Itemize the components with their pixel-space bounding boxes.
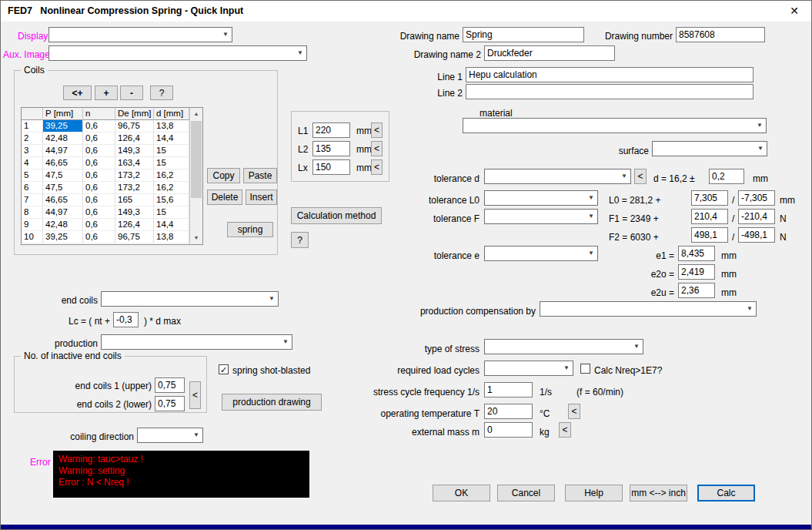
- d-tolerance-input[interactable]: [709, 169, 744, 184]
- row-index-cell[interactable]: 10: [22, 231, 43, 243]
- coil-value-cell[interactable]: 0,6: [83, 219, 115, 231]
- coil-value-cell[interactable]: 46,65: [43, 157, 83, 169]
- coil-value-cell[interactable]: 149,3: [115, 145, 154, 157]
- coil-value-cell[interactable]: 0,6: [83, 231, 115, 243]
- col-header-de[interactable]: De [mm]: [115, 108, 154, 120]
- l2-input[interactable]: [312, 141, 350, 156]
- tolerance-f-select[interactable]: DIN 2096 ▼: [484, 209, 598, 224]
- table-row[interactable]: 942,480,6126,414,4: [22, 219, 189, 231]
- f1-minus-input[interactable]: [738, 209, 775, 224]
- coil-value-cell[interactable]: 42,48: [43, 132, 83, 145]
- coil-value-cell[interactable]: 13,8: [154, 231, 189, 243]
- l2-pick-button[interactable]: <: [371, 141, 383, 156]
- frequency-input[interactable]: [484, 382, 533, 398]
- production-drawing-button[interactable]: production drawing: [222, 394, 322, 411]
- stress-type-select[interactable]: dynamic ▼: [484, 339, 643, 354]
- col-header-n[interactable]: n: [83, 108, 115, 120]
- calc-nreq-checkbox[interactable]: [580, 364, 590, 374]
- coil-value-cell[interactable]: 173,2: [115, 182, 154, 194]
- table-row[interactable]: 139,250,696,7513,8: [22, 120, 189, 132]
- coil-value-cell[interactable]: 173,2: [115, 169, 154, 182]
- lx-pick-button[interactable]: <: [371, 159, 383, 175]
- help-question-button[interactable]: ?: [291, 232, 309, 248]
- row-index-cell[interactable]: 4: [22, 157, 43, 169]
- add-row-before-button[interactable]: <+: [63, 86, 92, 100]
- coil-value-cell[interactable]: 0,6: [83, 206, 115, 219]
- tolerance-d-select[interactable]: DIN 2077 (7 .. 80 mm) ▼: [484, 169, 631, 184]
- ok-button[interactable]: OK: [433, 485, 490, 501]
- coiling-direction-select[interactable]: right-hand ▼: [137, 428, 203, 443]
- coil-value-cell[interactable]: 0,6: [83, 194, 115, 206]
- drawing-name2-input[interactable]: [484, 45, 615, 61]
- scroll-down-icon[interactable]: ▼: [190, 232, 202, 244]
- coil-value-cell[interactable]: 165: [115, 194, 154, 206]
- l0-plus-input[interactable]: [691, 190, 728, 206]
- coil-value-cell[interactable]: 16,2: [154, 169, 189, 182]
- tolerance-e-select[interactable]: DIN 2096 ▼: [484, 246, 598, 261]
- l1-input[interactable]: [312, 122, 350, 138]
- f1-plus-input[interactable]: [691, 209, 728, 224]
- material-select[interactable]: 66: EN 10089-54SiCrV6 hot-rolled spring …: [463, 118, 767, 133]
- table-scrollbar[interactable]: ▲ ▼: [189, 108, 202, 244]
- inactive-coils-pick-button[interactable]: <: [189, 381, 201, 409]
- production-select[interactable]: hot coiled, steel with reworked surface …: [101, 334, 292, 350]
- row-index-cell[interactable]: 8: [22, 206, 43, 219]
- coil-value-cell[interactable]: 96,75: [115, 120, 154, 132]
- table-row[interactable]: 344,970,6149,315: [22, 145, 189, 157]
- e2u-input[interactable]: [678, 283, 715, 298]
- coil-value-cell[interactable]: 96,75: [115, 231, 154, 243]
- delete-button[interactable]: Delete: [207, 190, 242, 205]
- tolerance-d-pick-button[interactable]: <: [634, 169, 647, 184]
- lc-input[interactable]: [113, 312, 139, 327]
- coil-value-cell[interactable]: 15,6: [154, 194, 189, 206]
- coil-value-cell[interactable]: 13,8: [154, 120, 189, 132]
- row-index-cell[interactable]: 7: [22, 194, 43, 206]
- coil-value-cell[interactable]: 15: [154, 145, 189, 157]
- coil-value-cell[interactable]: 44,97: [43, 206, 83, 219]
- coil-value-cell[interactable]: 14,4: [154, 132, 189, 145]
- coil-value-cell[interactable]: 149,3: [115, 206, 154, 219]
- load-cycles-select[interactable]: 10E6 ▼: [484, 361, 573, 376]
- copy-button[interactable]: Copy: [207, 168, 240, 183]
- mass-pick-button[interactable]: <: [559, 422, 571, 438]
- table-row[interactable]: 746,650,616515,6: [22, 194, 189, 206]
- row-index-cell[interactable]: 5: [22, 169, 43, 182]
- e1-input[interactable]: [678, 246, 715, 261]
- coil-value-cell[interactable]: 163,4: [115, 157, 154, 169]
- display-select[interactable]: 03: Quick 3 ▼: [48, 27, 232, 42]
- coil-value-cell[interactable]: 39,25: [43, 120, 83, 132]
- mass-input[interactable]: [484, 422, 533, 438]
- coil-value-cell[interactable]: 16,2: [154, 182, 189, 194]
- lx-input[interactable]: [312, 159, 350, 175]
- coil-value-cell[interactable]: 126,4: [115, 132, 154, 145]
- coil-value-cell[interactable]: 15: [154, 157, 189, 169]
- col-header-p[interactable]: P [mm]: [43, 108, 83, 120]
- mm-inch-toggle-button[interactable]: mm <--> inch: [630, 485, 687, 501]
- coil-value-cell[interactable]: 0,6: [83, 120, 115, 132]
- close-icon[interactable]: ✕: [785, 4, 804, 18]
- cancel-button[interactable]: Cancel: [497, 485, 555, 501]
- table-row[interactable]: 647,50,6173,216,2: [22, 182, 189, 194]
- coil-value-cell[interactable]: 47,5: [43, 169, 83, 182]
- table-row[interactable]: 547,50,6173,216,2: [22, 169, 189, 182]
- aux-image-select[interactable]: SECTIONS: Input of Coil Sections ▼: [48, 45, 307, 61]
- remove-row-button[interactable]: -: [120, 86, 143, 100]
- temperature-pick-button[interactable]: <: [568, 404, 580, 419]
- table-row[interactable]: 844,970,6149,315: [22, 206, 189, 219]
- row-index-cell[interactable]: 1: [22, 120, 43, 132]
- coil-value-cell[interactable]: 42,48: [43, 219, 83, 231]
- col-header-d[interactable]: d [mm]: [154, 108, 189, 120]
- drawing-name-input[interactable]: [463, 27, 584, 42]
- coil-value-cell[interactable]: 0,6: [83, 132, 115, 145]
- line2-input[interactable]: [466, 84, 754, 99]
- line1-input[interactable]: [466, 67, 754, 82]
- add-row-button[interactable]: +: [95, 86, 118, 100]
- table-row[interactable]: 242,480,6126,414,4: [22, 132, 189, 145]
- coils-help-button[interactable]: ?: [150, 86, 173, 100]
- table-row[interactable]: 446,650,6163,415: [22, 157, 189, 169]
- coil-value-cell[interactable]: 46,65: [43, 194, 83, 206]
- coil-value-cell[interactable]: 39,25: [43, 231, 83, 243]
- paste-button[interactable]: Paste: [243, 168, 277, 183]
- temperature-input[interactable]: [484, 404, 533, 419]
- coil-value-cell[interactable]: 0,6: [83, 157, 115, 169]
